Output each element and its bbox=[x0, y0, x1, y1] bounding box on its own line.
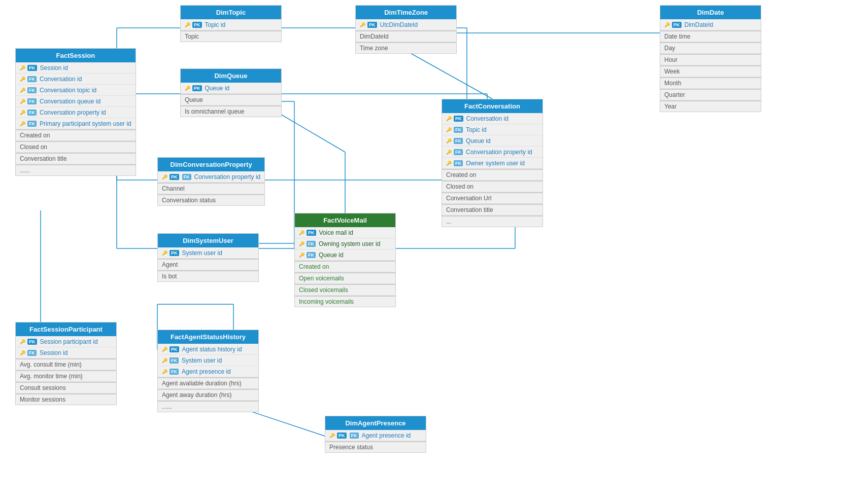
table-row: 🔑FKQueue id bbox=[442, 135, 543, 147]
key-icon: 🔑 bbox=[162, 174, 167, 179]
fk-badge: FK bbox=[27, 110, 37, 116]
table-row: Date time bbox=[660, 30, 761, 42]
fk-badge: FK bbox=[454, 127, 463, 133]
row-label: Conversation id bbox=[40, 76, 82, 83]
svg-line-28 bbox=[406, 51, 492, 99]
table-factsessionparticipant: FactSessionParticipant🔑PKSession partici… bbox=[15, 322, 117, 405]
fk-badge: FK bbox=[307, 241, 316, 247]
row-label: Presence status bbox=[329, 444, 373, 451]
row-label: ... bbox=[446, 218, 451, 225]
table-row: 🔑PKFKAgent presence id bbox=[325, 430, 426, 441]
key-icon: 🔑 bbox=[20, 339, 25, 344]
table-header-dimconversationproperty: DimConversationProperty bbox=[158, 158, 264, 171]
diagram-area: DimTopic🔑PKTopic idTopicDimTimeZone🔑PKUt… bbox=[0, 0, 846, 504]
table-row: 🔑FKConversation property id bbox=[16, 107, 136, 118]
row-label: DimDateId bbox=[685, 21, 714, 28]
pk-badge: PK bbox=[27, 65, 37, 71]
fk-badge: FK bbox=[27, 350, 37, 356]
key-icon: 🔑 bbox=[162, 250, 167, 256]
pk-badge: PK bbox=[170, 250, 179, 256]
key-icon: 🔑 bbox=[446, 127, 452, 132]
row-label: Agent status history id bbox=[182, 346, 242, 353]
row-label: Conversation status bbox=[162, 197, 216, 204]
row-label: Primary participant system user id bbox=[40, 120, 131, 127]
table-row: Quarter bbox=[660, 89, 761, 100]
row-label: Agent bbox=[162, 261, 178, 268]
table-row: Avg. consult time (min) bbox=[16, 358, 116, 370]
key-icon: 🔑 bbox=[299, 253, 304, 258]
table-header-dimagentpresence: DimAgentPresence bbox=[325, 416, 426, 430]
row-label: ...... bbox=[162, 403, 172, 410]
table-row: 🔑FKTopic id bbox=[442, 124, 543, 135]
table-row: 🔑PKUtcDimDateId bbox=[356, 19, 456, 30]
table-row: 🔑PKAgent status history id bbox=[158, 344, 258, 355]
table-dimconversationproperty: DimConversationProperty🔑PKFKConversation… bbox=[157, 157, 265, 206]
table-row: 🔑FKConversation property id bbox=[442, 147, 543, 158]
table-row: DimDateId bbox=[356, 30, 456, 42]
table-row: Channel bbox=[158, 183, 264, 194]
row-label: Open voicemails bbox=[299, 275, 344, 282]
row-label: Created on bbox=[20, 132, 50, 139]
pk-badge: PK bbox=[192, 85, 202, 91]
table-row: Time zone bbox=[356, 42, 456, 53]
key-icon: 🔑 bbox=[299, 241, 304, 246]
row-label: Conversation topic id bbox=[40, 87, 96, 94]
table-dimtopic: DimTopic🔑PKTopic idTopic bbox=[180, 5, 282, 42]
row-label: Year bbox=[664, 103, 676, 110]
table-row: Monitor sessions bbox=[16, 393, 116, 405]
table-row: Conversation title bbox=[16, 153, 136, 164]
row-label: Conversation queue id bbox=[40, 98, 100, 105]
table-row: 🔑FKQueue id bbox=[295, 249, 395, 261]
row-label: Voice mail id bbox=[319, 229, 353, 236]
row-label: ...... bbox=[20, 167, 30, 174]
row-label: Session id bbox=[40, 64, 68, 71]
key-icon: 🔑 bbox=[360, 22, 365, 27]
table-header-factvoicemail: FactVoiceMail bbox=[295, 213, 395, 227]
fk-badge: FK bbox=[350, 433, 359, 439]
table-dimsystemuser: DimSystemUser🔑PKSystem user idAgentIs bo… bbox=[157, 233, 259, 282]
row-label: Queue id bbox=[466, 137, 491, 145]
row-label: System user id bbox=[182, 249, 222, 257]
fk-badge: FK bbox=[454, 160, 463, 166]
key-icon: 🔑 bbox=[162, 347, 167, 352]
table-row: 🔑PKConversation id bbox=[442, 113, 543, 124]
pk-badge: PK bbox=[192, 22, 202, 28]
table-row: Agent away duration (hrs) bbox=[158, 389, 258, 401]
row-label: Week bbox=[664, 68, 680, 75]
row-label: Consult sessions bbox=[20, 384, 66, 391]
table-row: Created on bbox=[16, 129, 136, 141]
table-row: Avg. monitor time (min) bbox=[16, 370, 116, 382]
table-dimqueue: DimQueue🔑PKQueue idQueueIs omnichannel q… bbox=[180, 68, 282, 117]
table-row: 🔑PKDimDateId bbox=[660, 19, 761, 30]
table-header-dimqueue: DimQueue bbox=[181, 69, 281, 83]
table-row: 🔑FKPrimary participant system user id bbox=[16, 118, 136, 129]
table-row: 🔑PKSession participant id bbox=[16, 336, 116, 347]
key-icon: 🔑 bbox=[446, 116, 452, 121]
fk-badge: FK bbox=[170, 357, 179, 364]
table-row: Topic bbox=[181, 30, 281, 42]
key-icon: 🔑 bbox=[20, 350, 25, 355]
row-label: Session id bbox=[40, 349, 67, 356]
table-row: ...... bbox=[158, 401, 258, 412]
table-row: Week bbox=[660, 65, 761, 77]
row-label: Conversation id bbox=[466, 115, 509, 122]
table-row: 🔑FKConversation id bbox=[16, 74, 136, 85]
table-row: Is omnichannel queue bbox=[181, 105, 281, 117]
row-label: Agent presence id bbox=[182, 368, 231, 375]
pk-badge: PK bbox=[307, 230, 316, 236]
table-factsession: FactSession🔑PKSession id🔑FKConversation … bbox=[15, 48, 136, 176]
table-row: 🔑PKSystem user id bbox=[158, 247, 258, 259]
fk-badge: FK bbox=[27, 98, 37, 104]
table-row: ... bbox=[442, 215, 543, 227]
table-row: 🔑FKAgent presence id bbox=[158, 366, 258, 377]
table-row: Closed on bbox=[442, 181, 543, 192]
row-label: Closed voicemails bbox=[299, 286, 348, 294]
pk-badge: PK bbox=[367, 22, 377, 28]
table-factconversation: FactConversation🔑PKConversation id🔑FKTop… bbox=[442, 99, 543, 227]
row-label: Queue id bbox=[319, 251, 344, 259]
key-icon: 🔑 bbox=[299, 230, 304, 235]
row-label: Channel bbox=[162, 185, 185, 192]
table-row: Created on bbox=[295, 261, 395, 272]
table-row: Presence status bbox=[325, 441, 426, 452]
table-row: Day bbox=[660, 42, 761, 54]
